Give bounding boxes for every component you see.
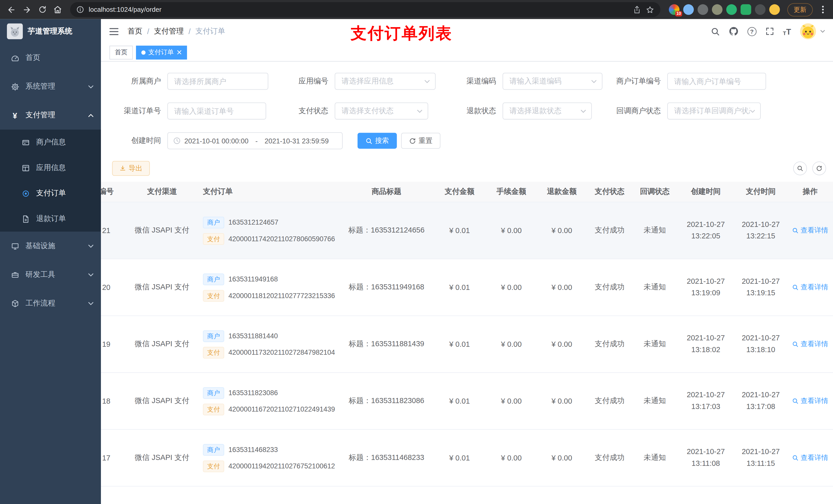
export-button[interactable]: 导出	[112, 161, 150, 176]
sidebar-item-merchant-info[interactable]: 商户信息	[0, 129, 101, 155]
sidebar-item-app-info[interactable]: 应用信息	[0, 155, 101, 181]
filter-merchant: 所属商户	[109, 73, 268, 90]
create-time-range-picker[interactable]: 2021-10-01 00:00:00 - 2021-10-31 23:59:5…	[167, 132, 342, 149]
avatar[interactable]	[800, 23, 816, 39]
view-detail-link[interactable]: 查看详情	[792, 339, 828, 349]
cell-notify: 未通知	[632, 316, 677, 373]
back-icon[interactable]	[4, 2, 19, 17]
refund-status-select[interactable]: 请选择退款状态	[503, 102, 592, 119]
extension-drop-icon[interactable]	[683, 4, 694, 15]
sidebar-item-payment[interactable]: ¥ 支付管理	[0, 101, 101, 129]
cell-amount: ¥ 0.01	[433, 259, 486, 315]
app-select[interactable]: 请选择应用信息	[335, 73, 436, 90]
col-header-actions: 操作	[787, 182, 833, 202]
cell-created: 2021-10-2713:17:03	[677, 373, 734, 429]
col-header-title: 商品标题	[340, 182, 433, 202]
share-icon[interactable]	[633, 6, 641, 14]
sidebar-item-label: 支付管理	[26, 111, 55, 120]
filter-label: 商户订单编号	[602, 77, 667, 86]
filter-refund-status: 退款状态 请选择退款状态	[444, 102, 592, 119]
export-button-label: 导出	[128, 164, 142, 173]
cell-channel	[133, 486, 191, 504]
tab-home[interactable]: 首页	[110, 45, 133, 59]
filter-label: 所属商户	[109, 77, 167, 86]
logo-image	[7, 23, 23, 39]
fullscreen-icon[interactable]	[765, 27, 774, 35]
close-icon[interactable]	[177, 50, 182, 55]
view-detail-link[interactable]: 查看详情	[792, 453, 828, 462]
font-size-icon[interactable]: TT	[783, 27, 791, 36]
cell-title: 标题：1635311949168	[340, 259, 433, 315]
bookmark-star-icon[interactable]	[646, 6, 654, 14]
cell-actions: 查看详情	[787, 373, 833, 429]
extension-colorful-icon[interactable]: 10	[669, 4, 679, 15]
sidebar-item-workflow[interactable]: 工作流程	[0, 289, 101, 317]
cell-refund: ¥ 0.00	[537, 259, 587, 315]
breadcrumb-payment[interactable]: 支付管理	[154, 27, 184, 36]
cell-id: 19	[101, 316, 133, 373]
cell-actions: 查看详情	[787, 259, 833, 315]
help-icon[interactable]: ?	[747, 27, 756, 36]
search-button[interactable]: 搜索	[358, 133, 397, 149]
browser-update-button[interactable]: 更新	[787, 3, 813, 16]
toggle-search-button[interactable]	[793, 161, 807, 175]
extension-badge: 10	[675, 11, 682, 17]
pay-order-no: 4200001173202110272847982104	[229, 349, 335, 357]
channel-code-select[interactable]: 请输入渠道编码	[503, 73, 602, 90]
orders-table: 编号 支付渠道 支付订单 商品标题 支付金额 手续金额 退款金额 支付状态 回调…	[101, 182, 833, 504]
cell-notify: 未通知	[632, 373, 677, 429]
col-header-notify: 回调状态	[632, 182, 677, 202]
cell-fee: ¥ 0.00	[486, 430, 537, 486]
merchant-input[interactable]	[167, 73, 268, 90]
sidebar-item-dev-tools[interactable]: 研发工具	[0, 260, 101, 289]
col-header-id: 编号	[101, 182, 133, 202]
cell-title: 标题：1635311823086	[340, 373, 433, 429]
reset-button[interactable]: 重置	[401, 133, 440, 149]
forward-icon[interactable]	[20, 2, 34, 17]
tab-label: 首页	[115, 48, 127, 57]
view-detail-link[interactable]: 查看详情	[792, 225, 828, 235]
extension-emoji-icon[interactable]	[769, 4, 780, 15]
sidebar-toggle-icon[interactable]	[109, 27, 119, 36]
sidebar-item-infra[interactable]: 基础设施	[0, 232, 101, 260]
search-icon[interactable]	[711, 27, 719, 36]
table-row: 20 微信 JSAPI 支付 商户1635311949168 支付4200001…	[101, 259, 833, 316]
github-icon[interactable]	[729, 27, 738, 36]
browser-menu-icon[interactable]	[817, 5, 829, 14]
table-row: 19 微信 JSAPI 支付 商户1635311881440 支付4200001…	[101, 316, 833, 373]
sidebar-item-label: 系统管理	[26, 82, 55, 91]
search-button-label: 搜索	[375, 136, 389, 145]
reload-icon[interactable]	[35, 2, 49, 17]
cell-refund: ¥ 0.00	[537, 202, 587, 259]
extension-green-check-icon[interactable]	[726, 4, 737, 15]
channel-order-no-input[interactable]	[167, 102, 266, 119]
pay-status-select[interactable]: 请选择支付状态	[335, 102, 428, 119]
extension-puzzle-icon[interactable]	[755, 4, 765, 15]
address-bar[interactable]: localhost:1024/pay/order	[70, 2, 660, 17]
refresh-icon	[816, 165, 823, 172]
view-detail-link[interactable]: 查看详情	[792, 283, 828, 292]
avatar-caret-icon[interactable]	[820, 30, 825, 33]
sidebar-item-refund-order[interactable]: 退款订单	[0, 206, 101, 232]
view-detail-link[interactable]: 查看详情	[792, 396, 828, 406]
dashboard-icon	[10, 53, 19, 62]
extension-olive-icon[interactable]	[712, 4, 722, 15]
pay-tag: 支付	[203, 290, 224, 302]
toolbox-icon	[10, 270, 19, 279]
extension-gray-icon[interactable]	[697, 4, 708, 15]
extension-chat-icon[interactable]	[740, 4, 751, 15]
cell-id	[101, 486, 133, 504]
tab-pay-order[interactable]: 支付订单	[136, 45, 187, 59]
home-icon[interactable]	[50, 2, 65, 17]
sidebar-logo[interactable]: 芋道管理系统	[0, 19, 101, 44]
merchant-order-no-input[interactable]	[667, 73, 766, 90]
chevron-down-icon	[581, 109, 586, 113]
refresh-table-button[interactable]	[812, 161, 826, 175]
sidebar-item-system[interactable]: 系统管理	[0, 72, 101, 101]
monitor-icon	[10, 242, 19, 250]
sidebar-item-pay-order[interactable]: 支付订单	[0, 181, 101, 206]
site-info-icon[interactable]	[77, 6, 84, 13]
breadcrumb-home[interactable]: 首页	[127, 27, 142, 36]
sidebar-item-home[interactable]: 首页	[0, 44, 101, 72]
notify-status-select[interactable]: 请选择订单回调商户状态	[667, 102, 761, 119]
